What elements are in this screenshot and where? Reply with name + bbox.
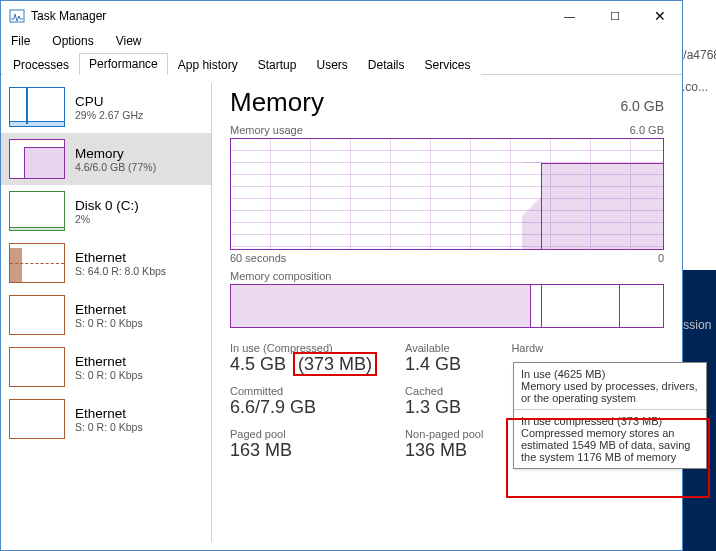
tab-startup[interactable]: Startup	[248, 54, 307, 75]
ethernet3-thumb-chart	[9, 347, 65, 387]
axis-right: 0	[658, 252, 664, 264]
menubar: File Options View	[1, 31, 682, 51]
stat-label-hardware-cut: Hardw	[511, 342, 543, 354]
titlebar[interactable]: Task Manager — ☐ ✕	[1, 1, 682, 31]
composition-divider-2	[619, 285, 620, 327]
maximize-button[interactable]: ☐	[592, 1, 637, 31]
composition-label: Memory composition	[230, 270, 664, 282]
axis-left: 60 seconds	[230, 252, 286, 264]
stat-label-committed: Committed	[230, 385, 377, 397]
sidebar-item-ethernet-2[interactable]: Ethernet S: 0 R: 0 Kbps	[1, 289, 211, 341]
stat-value-cached: 1.3 GB	[405, 397, 483, 418]
tab-app-history[interactable]: App history	[168, 54, 248, 75]
disk-thumb-chart	[9, 191, 65, 231]
ethernet4-thumb-chart	[9, 399, 65, 439]
sidebar-label-eth1: Ethernet	[75, 250, 166, 265]
capacity-label: 6.0 GB	[620, 98, 664, 114]
sidebar-label-eth2: Ethernet	[75, 302, 143, 317]
usage-chart-label: Memory usage	[230, 124, 303, 136]
menu-view[interactable]: View	[112, 32, 146, 50]
sidebar-item-cpu[interactable]: CPU 29% 2.67 GHz	[1, 81, 211, 133]
tab-users[interactable]: Users	[306, 54, 357, 75]
sidebar-item-disk[interactable]: Disk 0 (C:) 2%	[1, 185, 211, 237]
stat-value-inuse: 4.5 GB (373 MB)	[230, 354, 377, 375]
stat-label-available: Available	[405, 342, 483, 354]
page-title: Memory	[230, 87, 324, 118]
sidebar-sub-eth2: S: 0 R: 0 Kbps	[75, 317, 143, 329]
ethernet1-thumb-chart	[9, 243, 65, 283]
cpu-thumb-chart	[9, 87, 65, 127]
tabstrip: Processes Performance App history Startu…	[1, 51, 682, 75]
sidebar-item-ethernet-4[interactable]: Ethernet S: 0 R: 0 Kbps	[1, 393, 211, 445]
memory-usage-chart[interactable]	[230, 138, 664, 250]
stat-label-paged: Paged pool	[230, 428, 377, 440]
sidebar-sub-eth1: S: 64.0 R: 8.0 Kbps	[75, 265, 166, 277]
tab-performance[interactable]: Performance	[79, 53, 168, 75]
tooltip-sec2-title: In use compressed (373 MB)	[521, 415, 699, 427]
sidebar-sub-eth3: S: 0 R: 0 Kbps	[75, 369, 143, 381]
stat-value-available: 1.4 GB	[405, 354, 483, 375]
memory-detail-pane: Memory 6.0 GB Memory usage 6.0 GB 60 sec…	[212, 75, 682, 550]
tooltip-sec2-body: Compressed memory stores an estimated 15…	[521, 427, 699, 463]
sidebar-sub-cpu: 29% 2.67 GHz	[75, 109, 143, 121]
menu-file[interactable]: File	[7, 32, 34, 50]
sidebar-sub-disk: 2%	[75, 213, 139, 225]
tooltip-sec1-body: Memory used by processes, drivers, or th…	[521, 380, 699, 404]
task-manager-icon	[9, 8, 25, 24]
memory-usage-fill	[541, 163, 663, 249]
sidebar-label-memory: Memory	[75, 146, 156, 161]
stat-value-paged: 163 MB	[230, 440, 377, 461]
usage-chart-max: 6.0 GB	[630, 124, 664, 136]
memory-thumb-chart	[9, 139, 65, 179]
sidebar-item-ethernet-1[interactable]: Ethernet S: 64.0 R: 8.0 Kbps	[1, 237, 211, 289]
close-button[interactable]: ✕	[637, 1, 682, 31]
memory-composition-chart[interactable]	[230, 284, 664, 328]
tab-processes[interactable]: Processes	[3, 54, 79, 75]
sidebar-label-eth4: Ethernet	[75, 406, 143, 421]
compressed-highlight: (373 MB)	[293, 352, 377, 376]
menu-options[interactable]: Options	[48, 32, 97, 50]
sidebar-label-disk: Disk 0 (C:)	[75, 198, 139, 213]
stat-label-nonpaged: Non-paged pool	[405, 428, 483, 440]
performance-sidebar: CPU 29% 2.67 GHz Memory 4.6/6.0 GB (77%)…	[1, 75, 211, 550]
sidebar-label-eth3: Ethernet	[75, 354, 143, 369]
minimize-button[interactable]: —	[547, 1, 592, 31]
sidebar-label-cpu: CPU	[75, 94, 143, 109]
sidebar-sub-memory: 4.6/6.0 GB (77%)	[75, 161, 156, 173]
stat-label-cached: Cached	[405, 385, 483, 397]
tooltip-sec1-title: In use (4625 MB)	[521, 368, 699, 380]
stat-value-committed: 6.6/7.9 GB	[230, 397, 377, 418]
memory-composition-tooltip: In use (4625 MB) Memory used by processe…	[513, 362, 707, 469]
window-title: Task Manager	[31, 9, 547, 23]
composition-in-use	[231, 285, 531, 327]
sidebar-item-ethernet-3[interactable]: Ethernet S: 0 R: 0 Kbps	[1, 341, 211, 393]
tab-details[interactable]: Details	[358, 54, 415, 75]
tab-services[interactable]: Services	[415, 54, 481, 75]
stat-value-nonpaged: 136 MB	[405, 440, 483, 461]
sidebar-sub-eth4: S: 0 R: 0 Kbps	[75, 421, 143, 433]
sidebar-item-memory[interactable]: Memory 4.6/6.0 GB (77%)	[1, 133, 211, 185]
ethernet2-thumb-chart	[9, 295, 65, 335]
composition-divider-1	[541, 285, 542, 327]
